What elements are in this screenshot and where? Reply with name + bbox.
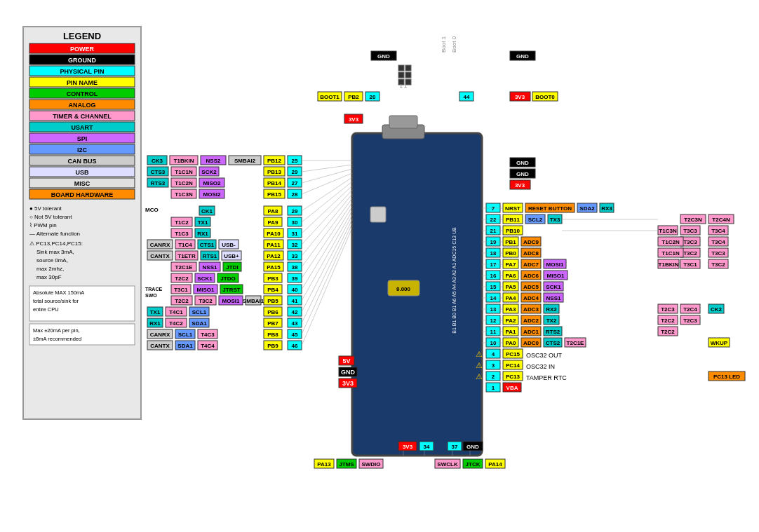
svg-text:T4C1: T4C1 bbox=[169, 309, 183, 315]
svg-text:PC14: PC14 bbox=[506, 362, 520, 369]
svg-text:SMBAI2: SMBAI2 bbox=[234, 158, 256, 164]
svg-text:SWDIO: SWDIO bbox=[361, 461, 380, 468]
svg-text:PB4: PB4 bbox=[267, 287, 278, 293]
svg-text:GND: GND bbox=[516, 160, 529, 166]
svg-text:Max ±20mA per pin,: Max ±20mA per pin, bbox=[33, 327, 80, 334]
svg-text:11: 11 bbox=[490, 329, 497, 335]
svg-rect-53 bbox=[405, 72, 411, 78]
svg-text:T4C2: T4C2 bbox=[169, 320, 183, 327]
svg-text:T2C3: T2C3 bbox=[683, 318, 697, 324]
svg-text:SCL2: SCL2 bbox=[528, 217, 543, 223]
svg-text:4: 4 bbox=[492, 351, 495, 357]
svg-text:T1C4: T1C4 bbox=[178, 242, 192, 248]
svg-text:ADC2: ADC2 bbox=[523, 318, 539, 324]
svg-text:JTRST: JTRST bbox=[222, 287, 240, 293]
svg-text:JTMS: JTMS bbox=[339, 461, 354, 468]
svg-text:T3C2: T3C2 bbox=[683, 250, 697, 257]
svg-text:PA0: PA0 bbox=[506, 340, 517, 346]
svg-text:PA8: PA8 bbox=[268, 208, 279, 214]
svg-text:±8mA recommended: ±8mA recommended bbox=[33, 336, 81, 342]
svg-text:T1C3N: T1C3N bbox=[659, 228, 677, 234]
svg-text:ADC5: ADC5 bbox=[523, 284, 539, 290]
svg-text:OSC32 OUT: OSC32 OUT bbox=[526, 352, 563, 359]
svg-text:VBA: VBA bbox=[506, 385, 518, 391]
svg-text:3V3: 3V3 bbox=[342, 380, 354, 387]
svg-text:PA4: PA4 bbox=[506, 295, 517, 301]
svg-text:entire CPU: entire CPU bbox=[33, 306, 59, 313]
svg-text:PA3: PA3 bbox=[506, 306, 517, 313]
svg-text:12: 12 bbox=[490, 318, 497, 324]
svg-text:T3C2: T3C2 bbox=[711, 261, 725, 268]
svg-text:3V3: 3V3 bbox=[515, 182, 525, 189]
svg-text:⚠: ⚠ bbox=[476, 350, 483, 358]
svg-text:PB6: PB6 bbox=[267, 309, 278, 315]
svg-text:PA9: PA9 bbox=[268, 219, 279, 226]
svg-text:CONTROL: CONTROL bbox=[67, 90, 98, 97]
svg-text:SCK2: SCK2 bbox=[201, 169, 217, 175]
svg-text:T3C1: T3C1 bbox=[683, 261, 697, 268]
svg-text:WKUP: WKUP bbox=[711, 340, 728, 346]
svg-text:PA11: PA11 bbox=[267, 242, 281, 248]
svg-text:37: 37 bbox=[452, 444, 458, 450]
svg-text:TAMPER RTC: TAMPER RTC bbox=[526, 374, 567, 381]
svg-text:USB: USB bbox=[75, 169, 89, 176]
svg-text:GND: GND bbox=[466, 444, 479, 450]
svg-text:PB13: PB13 bbox=[267, 169, 282, 175]
svg-text:ADC9: ADC9 bbox=[523, 239, 539, 245]
svg-text:19: 19 bbox=[490, 239, 497, 245]
svg-text:46: 46 bbox=[292, 343, 298, 349]
svg-text:18: 18 bbox=[490, 250, 497, 257]
svg-text:B1 B1 B0 B1 A6 A5 A4 A3 A2 A1 : B1 B1 B0 B1 A6 A5 A4 A3 A2 A1 ADC15 C13 … bbox=[452, 227, 457, 334]
svg-text:Boot 0: Boot 0 bbox=[451, 36, 457, 53]
svg-rect-51 bbox=[405, 65, 411, 71]
svg-text:GND: GND bbox=[516, 53, 529, 60]
svg-text:PB12: PB12 bbox=[267, 158, 282, 164]
svg-text:T3C3: T3C3 bbox=[711, 250, 725, 257]
svg-text:CANRX: CANRX bbox=[150, 332, 170, 338]
svg-text:40: 40 bbox=[292, 287, 298, 293]
svg-text:⌇  PWM pin: ⌇ PWM pin bbox=[29, 222, 57, 229]
svg-text:T1C1N: T1C1N bbox=[175, 169, 193, 175]
svg-text:ADC6: ADC6 bbox=[523, 273, 539, 279]
svg-text:T1BKIN: T1BKIN bbox=[174, 158, 194, 164]
svg-text:MCO: MCO bbox=[145, 207, 159, 213]
svg-text:USB+: USB+ bbox=[224, 253, 239, 259]
svg-text:PB10: PB10 bbox=[506, 228, 520, 234]
svg-text:T3C1: T3C1 bbox=[174, 287, 188, 293]
svg-text:T2C3N: T2C3N bbox=[684, 217, 702, 223]
svg-text:PA14: PA14 bbox=[488, 461, 502, 468]
svg-text:T3C3: T3C3 bbox=[683, 239, 697, 245]
svg-text:ADC4: ADC4 bbox=[523, 295, 539, 301]
svg-text:T1C2N: T1C2N bbox=[175, 180, 193, 186]
svg-text:14: 14 bbox=[490, 295, 497, 301]
svg-text:—  Alternate function: — Alternate function bbox=[29, 231, 80, 237]
svg-text:Absolute MAX 150mA: Absolute MAX 150mA bbox=[33, 289, 84, 296]
svg-text:RX1: RX1 bbox=[149, 320, 161, 327]
svg-text:ADC8: ADC8 bbox=[523, 250, 539, 257]
svg-text:CAN BUS: CAN BUS bbox=[67, 158, 96, 165]
svg-text:TIMER & CHANNEL: TIMER & CHANNEL bbox=[53, 113, 112, 120]
svg-text:T2C4: T2C4 bbox=[683, 306, 697, 313]
svg-text:SDA1: SDA1 bbox=[192, 320, 207, 327]
svg-text:39: 39 bbox=[292, 275, 298, 282]
svg-text:TX1: TX1 bbox=[198, 219, 208, 226]
svg-text:PB11: PB11 bbox=[506, 217, 520, 223]
svg-text:13: 13 bbox=[490, 306, 497, 313]
svg-text:31: 31 bbox=[292, 231, 298, 237]
svg-text:⚠: ⚠ bbox=[476, 372, 483, 381]
svg-text:SCL1: SCL1 bbox=[178, 332, 193, 338]
svg-text:PB8: PB8 bbox=[267, 332, 278, 338]
svg-text:T1C3N: T1C3N bbox=[175, 191, 193, 198]
svg-text:8.000: 8.000 bbox=[396, 286, 411, 292]
svg-text:3V3: 3V3 bbox=[349, 116, 359, 123]
svg-text:NSS2: NSS2 bbox=[206, 158, 221, 164]
svg-text:T2C1E: T2C1E bbox=[175, 264, 194, 271]
svg-text:PC15: PC15 bbox=[506, 351, 520, 357]
svg-text:PIN NAME: PIN NAME bbox=[67, 79, 98, 86]
svg-text:●  5V tolerant: ● 5V tolerant bbox=[29, 205, 62, 212]
svg-text:CTS3: CTS3 bbox=[151, 169, 166, 175]
svg-text:SWCLK: SWCLK bbox=[437, 461, 458, 468]
svg-text:43: 43 bbox=[292, 320, 298, 327]
svg-text:29: 29 bbox=[292, 208, 298, 214]
svg-text:T2C3: T2C3 bbox=[661, 306, 675, 313]
